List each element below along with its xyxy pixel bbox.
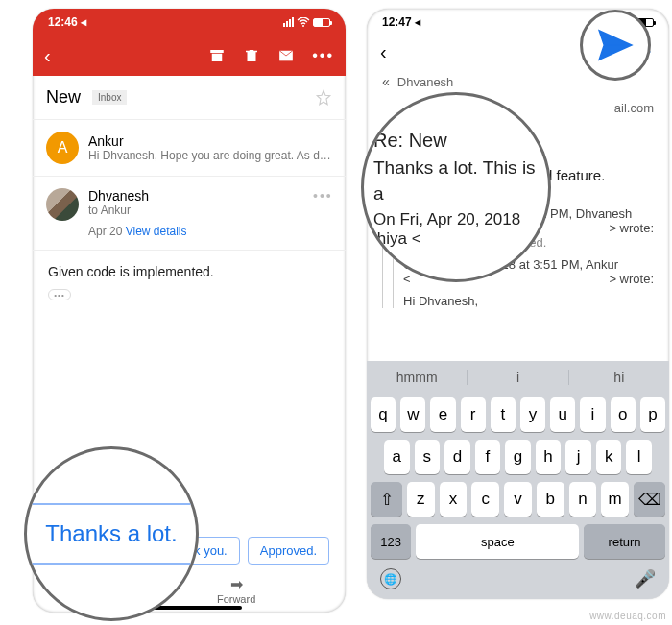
smart-reply-chip[interactable]: Approved. [248, 537, 329, 565]
status-time: 12:47 ◂ [382, 15, 420, 29]
key-h[interactable]: h [536, 440, 562, 474]
mag-quote: lhiya < [364, 229, 548, 249]
key-p[interactable]: p [640, 397, 665, 432]
mic-icon[interactable]: 🎤 [635, 568, 656, 589]
key-w[interactable]: w [400, 397, 425, 432]
key-u[interactable]: u [550, 397, 575, 432]
key-q[interactable]: q [371, 397, 396, 432]
key-i[interactable]: i [580, 397, 605, 432]
from-domain: ail.com [614, 101, 654, 115]
message-body: Given code is implemented. ••• [33, 251, 346, 314]
backspace-icon: ⌫ [638, 490, 661, 510]
key-b[interactable]: b [537, 482, 564, 517]
magnifier-callout: Re: New Thanks a lot. This is a On Fri, … [361, 92, 551, 282]
mag-quote: On Fri, Apr 20, 2018 [364, 210, 548, 229]
key-k[interactable]: k [596, 440, 622, 474]
sender-name: Dhvanesh [88, 188, 149, 204]
key-m[interactable]: m [601, 482, 629, 517]
key-f[interactable]: f [475, 440, 501, 474]
mail-icon[interactable] [277, 47, 295, 64]
key-a[interactable]: a [384, 440, 410, 474]
view-details-link[interactable]: View details [126, 225, 187, 238]
message-preview: Hi Dhvanesh, Hope you are doing great. A… [88, 149, 332, 162]
date: Apr 20 [88, 225, 122, 238]
message-collapsed[interactable]: A Ankur Hi Dhvanesh, Hope you are doing … [33, 120, 346, 177]
mag-body: Thanks a lot. This is a [364, 156, 548, 210]
key-j[interactable]: j [565, 440, 591, 474]
recipient-line: to Ankur [88, 204, 332, 217]
forward-button[interactable]: ➡Forward [217, 575, 255, 605]
keyboard: hmmm i hi qwertyuiop asdfghjkl ⇧ zxcvbnm… [367, 361, 669, 599]
key-s[interactable]: s [415, 440, 441, 474]
key-z[interactable]: z [407, 482, 435, 517]
chevron-icon: « [382, 74, 390, 89]
key-d[interactable]: d [444, 440, 470, 474]
key-c[interactable]: c [471, 482, 499, 517]
shift-icon: ⇧ [380, 490, 394, 510]
key-g[interactable]: g [505, 440, 531, 474]
numbers-key[interactable]: 123 [371, 524, 411, 559]
shift-key[interactable]: ⇧ [371, 482, 402, 517]
svg-point-0 [302, 25, 304, 27]
suggestion[interactable]: hi [569, 370, 669, 385]
key-n[interactable]: n [569, 482, 597, 517]
suggestion[interactable]: i [468, 370, 568, 385]
key-v[interactable]: v [504, 482, 532, 517]
more-icon[interactable]: ••• [312, 47, 334, 64]
suggestion[interactable]: hmmm [367, 370, 468, 385]
status-icons [283, 17, 330, 27]
key-l[interactable]: l [626, 440, 652, 474]
mag-subject: Re: New [364, 126, 548, 156]
key-o[interactable]: o [611, 397, 636, 432]
suggestion-bar: hmmm i hi [367, 361, 669, 394]
back-button[interactable]: ‹ [44, 45, 51, 67]
send-icon [594, 26, 636, 64]
toolbar: ‹ ••• [33, 36, 346, 76]
key-y[interactable]: y [520, 397, 545, 432]
trash-icon[interactable] [243, 47, 260, 64]
message-expanded: Dhvanesh••• to Ankur Apr 20 View details [33, 177, 346, 251]
avatar: A [46, 132, 79, 164]
back-button[interactable]: ‹ [380, 41, 387, 63]
avatar [46, 188, 79, 221]
status-time: 12:46 ◂ [48, 15, 86, 29]
watermark: www.deuaq.com [589, 611, 666, 621]
globe-icon[interactable]: 🌐 [380, 568, 401, 589]
backspace-key[interactable]: ⌫ [634, 482, 665, 517]
space-key[interactable]: space [416, 524, 579, 559]
expand-icon[interactable]: ••• [48, 289, 71, 300]
more-icon[interactable]: ••• [313, 188, 332, 204]
forward-icon: ➡ [230, 575, 243, 593]
magnified-chip: Thanks a lot. [27, 503, 196, 565]
subject: New [46, 87, 81, 108]
sender-name: Ankur [88, 133, 332, 149]
key-r[interactable]: r [461, 397, 486, 432]
archive-icon[interactable] [208, 47, 226, 64]
magnifier-callout [580, 10, 651, 81]
return-key[interactable]: return [584, 524, 665, 559]
star-icon[interactable] [315, 89, 332, 107]
inbox-label[interactable]: Inbox [92, 90, 127, 105]
key-e[interactable]: e [430, 397, 455, 432]
key-t[interactable]: t [491, 397, 516, 432]
key-x[interactable]: x [440, 482, 468, 517]
magnifier-callout: Thanks a lot. [24, 446, 199, 621]
